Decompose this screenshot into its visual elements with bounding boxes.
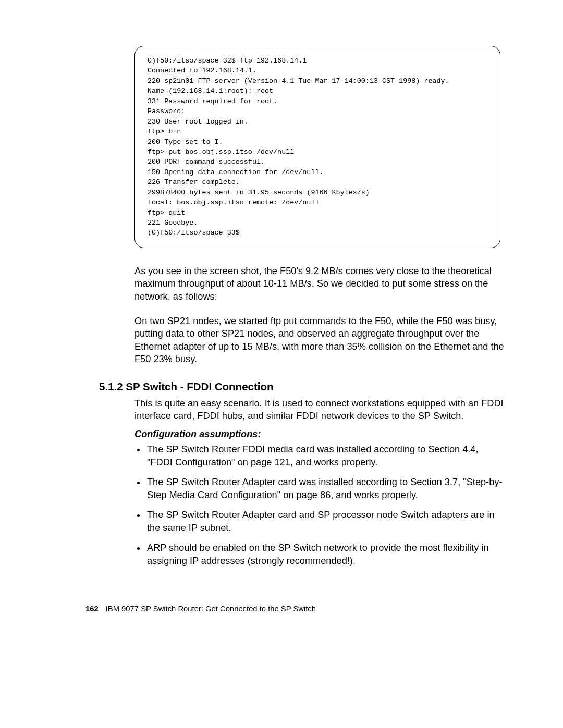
- page-footer: 162IBM 9077 SP Switch Router: Get Connec…: [85, 604, 506, 613]
- sub-heading: Configuration assumptions:: [134, 429, 506, 440]
- config-bullet-list: The SP Switch Router FDDI media card was…: [134, 443, 506, 567]
- footer-title: IBM 9077 SP Switch Router: Get Connected…: [106, 604, 316, 613]
- paragraph-2: On two SP21 nodes, we started ftp put co…: [134, 315, 506, 366]
- list-item: The SP Switch Router Adapter card was in…: [146, 476, 506, 501]
- paragraph-3: This is quite an easy scenario. It is us…: [134, 397, 506, 423]
- code-block: 0)f50:/itso/space 32$ ftp 192.168.14.1 C…: [134, 46, 500, 248]
- list-item: The SP Switch Router Adapter card and SP…: [146, 509, 506, 534]
- paragraph-1: As you see in the screen shot, the F50's…: [134, 265, 506, 303]
- section-heading: 5.1.2 SP Switch - FDDI Connection: [99, 380, 506, 393]
- list-item: ARP should be enabled on the SP Switch n…: [146, 541, 506, 567]
- page-number: 162: [85, 604, 99, 613]
- page-content: 0)f50:/itso/space 32$ ftp 192.168.14.1 C…: [0, 0, 563, 639]
- list-item: The SP Switch Router FDDI media card was…: [146, 443, 506, 468]
